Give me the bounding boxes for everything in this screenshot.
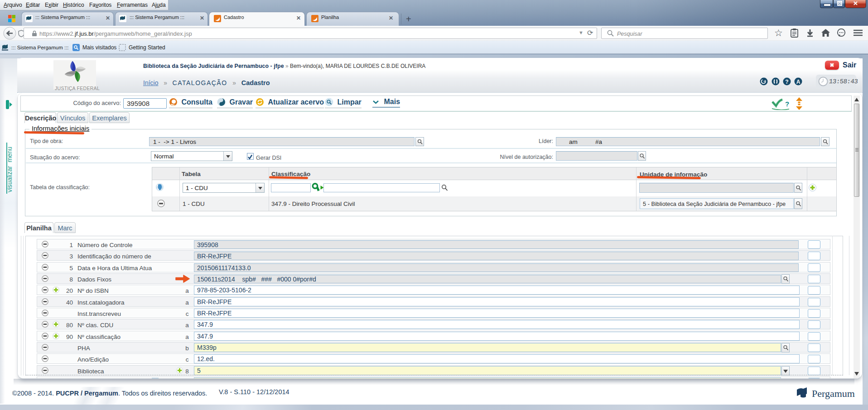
- svg-text:?: ?: [785, 79, 788, 85]
- svg-text:A: A: [796, 79, 800, 85]
- svg-text:?: ?: [785, 100, 789, 108]
